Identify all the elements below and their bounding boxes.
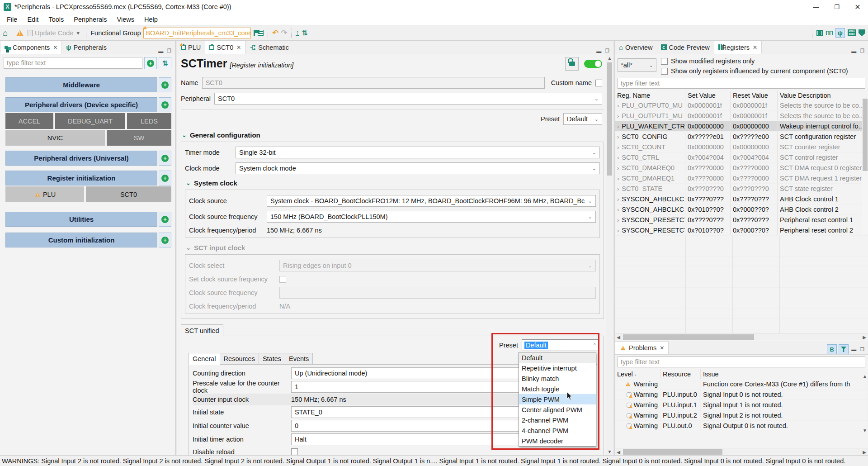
expand-arrow-icon[interactable]: › (617, 165, 619, 171)
preset-select[interactable]: Default⌄ (563, 113, 602, 125)
update-code-button[interactable]: Update Code ▼ (26, 29, 82, 38)
add-register-init-button[interactable]: + (159, 171, 171, 185)
preset-option[interactable]: Blinky match (519, 373, 596, 384)
column-value-description[interactable]: Value Description (778, 90, 868, 100)
group-custom-init[interactable]: Custom initialization (5, 233, 157, 247)
scroll-left-icon[interactable]: ◀ (615, 448, 622, 456)
registers-horizontal-scrollbar[interactable]: ◀ ▶ (615, 333, 868, 340)
expand-arrow-icon[interactable]: › (617, 154, 619, 161)
tab-schematic[interactable]: Schematic (245, 41, 293, 54)
add-component-button[interactable]: + (144, 57, 157, 69)
problems-b-button[interactable]: B (827, 344, 837, 354)
home-icon[interactable]: ⌂ (3, 29, 8, 37)
tab-sct-unified[interactable]: SCT unified (181, 324, 223, 336)
expand-arrow-icon[interactable]: › (617, 175, 619, 182)
menu-item[interactable]: File (2, 16, 22, 23)
scroll-right-icon[interactable]: ▶ (861, 333, 868, 341)
name-field[interactable]: SCT0 (202, 77, 545, 89)
menu-item[interactable]: Peripherals (69, 16, 112, 23)
component-debug-uart[interactable]: DEBUG_UART (55, 113, 125, 129)
component-sct0[interactable]: SCT0 (86, 186, 171, 202)
tab-peripherals[interactable]: ψ Peripherals (62, 41, 111, 54)
expand-arrow-icon[interactable]: › (617, 217, 619, 223)
scrollbar-thumb[interactable] (607, 62, 612, 176)
component-enabled-toggle[interactable] (584, 60, 602, 68)
menu-item[interactable]: Edit (22, 16, 43, 23)
close-button[interactable]: ✕ (847, 0, 868, 14)
group-middleware[interactable]: Middleware (5, 77, 157, 92)
sct-config-tab[interactable]: General (189, 353, 220, 365)
minimize-view-icon[interactable]: ▬ (158, 48, 163, 54)
import-icon[interactable]: ↑ (296, 29, 299, 36)
problems-filter-input[interactable] (618, 357, 865, 367)
menu-item[interactable]: Tools (43, 16, 69, 23)
scroll-down-icon[interactable]: ▼ (606, 448, 613, 455)
general-config-heading[interactable]: ⌄ General configuration (182, 131, 604, 139)
sct-config-tab[interactable]: Resources (220, 353, 259, 365)
register-group-select[interactable]: *all*⌄ (618, 58, 656, 72)
component-sw[interactable]: SW (107, 130, 171, 146)
register-row[interactable]: ›SYSCON_PRESETCT 0x?010??0? 0x?000??0? P… (615, 225, 868, 236)
group-register-init[interactable]: Register initialization (5, 171, 157, 185)
shield-icon[interactable] (859, 29, 865, 36)
tab-plu[interactable]: PLU (177, 41, 205, 54)
problem-row[interactable]: Warning Function core Cortex-M33 (Core #… (615, 379, 868, 390)
problem-row[interactable]: Warning PLU.input.1 Signal Input 1 is no… (615, 400, 868, 410)
add-middleware-button[interactable]: + (159, 77, 171, 92)
expand-arrow-icon[interactable]: › (617, 113, 619, 119)
component-leds[interactable]: LEDS (127, 113, 171, 129)
filter-button[interactable] (839, 344, 849, 354)
show-modified-checkbox[interactable] (661, 58, 668, 65)
column-reg-name[interactable]: Reg. Name (615, 90, 685, 100)
scroll-right-icon[interactable]: ▶ (861, 448, 868, 456)
preset-option[interactable]: 4-channel PWM (519, 425, 596, 436)
problems-horizontal-scrollbar[interactable]: ◀ ▶ (615, 448, 868, 455)
problem-row[interactable]: Warning PLU.input.2 Signal Input 2 is no… (615, 410, 868, 421)
preset-option[interactable]: Match toggle (519, 384, 596, 394)
preset-option[interactable]: 2-channel PWM (519, 415, 596, 425)
binary-icon[interactable]: 10011010 (848, 29, 856, 36)
clock-source-select[interactable]: System clock - BOARD_BootClockFRO12M: 12… (267, 195, 596, 207)
sort-icon[interactable]: ⇅ (302, 29, 308, 37)
close-icon[interactable]: ✕ (236, 44, 241, 51)
warning-icon[interactable] (16, 30, 24, 36)
tab-code-preview[interactable]: c Code Preview (657, 41, 714, 54)
disable-reload-checkbox[interactable] (291, 448, 298, 455)
menu-item[interactable]: Help (139, 16, 163, 23)
sct-config-tab[interactable]: States (259, 353, 285, 365)
problems-scroll-down-icon[interactable]: ▼ (863, 428, 867, 433)
close-icon[interactable]: ✕ (53, 44, 57, 51)
column-reset-value[interactable]: Reset Value (731, 90, 778, 100)
sct-config-tab[interactable]: Events (285, 353, 313, 365)
expand-arrow-icon[interactable]: › (617, 206, 619, 213)
functional-group-select[interactable]: BOARD_InitPeripherals_cm33_core0 ⌄ (143, 28, 251, 38)
tab-overview[interactable]: ⌂ Overview (615, 41, 657, 54)
expand-arrow-icon[interactable]: › (617, 123, 619, 130)
chip-icon[interactable] (816, 30, 823, 36)
group-universal[interactable]: Peripheral drivers (Universal) (5, 151, 157, 166)
expand-arrow-icon[interactable]: › (617, 133, 619, 140)
component-plu[interactable]: PLU (5, 186, 84, 202)
maximize-view-icon[interactable]: ❐ (860, 347, 864, 352)
flag-icon[interactable] (254, 30, 255, 36)
clock-mode-select[interactable]: System clock mode⌄ (236, 162, 600, 174)
register-row[interactable]: ›PLU_OUTPUT0_MU 0x0000001f 0x0000001f Se… (615, 100, 868, 111)
scroll-left-icon[interactable]: ◀ (615, 333, 622, 341)
editor-vertical-scrollbar[interactable]: ▲ ▼ (606, 54, 613, 455)
add-universal-button[interactable]: + (159, 151, 171, 166)
lock-button[interactable] (565, 57, 579, 71)
maximize-view-icon[interactable]: ❐ (860, 48, 864, 54)
register-row[interactable]: ›SYSCON_AHBCLKC 0x????0??? 0x????0??? AH… (615, 194, 868, 204)
problems-scroll-up-icon[interactable]: ▲ (863, 374, 867, 379)
minimize-button[interactable]: — (806, 0, 826, 14)
scrollbar-thumb[interactable] (623, 334, 754, 340)
maximize-view-icon[interactable]: ❐ (167, 48, 171, 54)
close-icon[interactable]: ✕ (753, 44, 757, 51)
register-row[interactable]: ›SCT0_STATE 0x???0???0 0x???0???0 SCT st… (615, 184, 868, 194)
register-row[interactable]: ›SYSCON_PRESETCT 0x????0??? 0x????0??? P… (615, 215, 868, 225)
minimize-view-icon[interactable]: ▬ (596, 48, 601, 54)
scroll-up-icon[interactable]: ▲ (606, 54, 613, 62)
close-icon[interactable]: ✕ (660, 345, 664, 351)
preset-option[interactable]: PWM decoder (519, 436, 596, 446)
tab-registers[interactable]: Registers✕ (714, 41, 762, 54)
